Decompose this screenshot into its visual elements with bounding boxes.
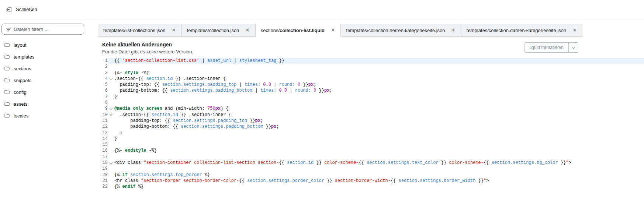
code-line[interactable]: 1 {{ 'section-collection-list.css' | ass… (95, 58, 644, 64)
fold-toggle-icon (108, 88, 114, 94)
sidebar-folder-locales[interactable]: locales (0, 110, 95, 122)
code-line[interactable]: 6 padding-bottom: {{ section.settings.pa… (95, 88, 644, 94)
fold-toggle-icon (108, 124, 114, 130)
code-text: } (114, 136, 644, 142)
code-text: {%- endstyle -%} (114, 148, 644, 154)
code-line[interactable]: 14 } (95, 136, 644, 142)
chevron-down-icon (572, 45, 575, 48)
fold-toggle-icon (108, 58, 114, 64)
tab-close-icon[interactable]: × (245, 27, 250, 33)
code-text: padding-bottom: {{ section.settings.padd… (114, 124, 644, 130)
line-number: 4 (95, 76, 108, 82)
code-line[interactable]: 13 } (95, 130, 644, 136)
code-line[interactable]: 10 .section-{{ section.id }} .section-in… (95, 112, 644, 118)
code-line[interactable]: 15 (95, 142, 644, 148)
editor-pane: Keine aktuellen Änderungen Für die Datei… (95, 37, 644, 190)
file-tab[interactable]: templates/list-collections.json × (98, 24, 182, 37)
folder-icon (4, 101, 10, 107)
sidebar-folder-assets[interactable]: assets (0, 98, 95, 110)
code-line[interactable]: 22 {% endif %} (95, 184, 644, 190)
line-number: 7 (95, 94, 108, 100)
fold-toggle-icon (108, 154, 114, 160)
file-sidebar: layout templates sections snippets (0, 19, 95, 211)
tab-label: templates/collection.herren-kategoriesei… (346, 28, 445, 33)
code-line[interactable]: 11 padding-top: {{ section.settings.padd… (95, 118, 644, 124)
code-text: {{ 'section-collection-list.css' | asset… (114, 58, 644, 64)
line-number: 2 (95, 64, 108, 70)
code-line[interactable]: 5 padding-top: {{ section.settings.paddi… (95, 82, 644, 88)
code-text: <div class="section-container collection… (114, 160, 644, 166)
code-text (114, 100, 644, 106)
line-number: 18 (95, 160, 108, 166)
code-text (114, 154, 644, 160)
line-number: 11 (95, 118, 108, 124)
tab-label: templates/collection.damen-kategorieseit… (467, 28, 566, 33)
file-tab[interactable]: templates/collection.damen-kategorieseit… (461, 24, 583, 37)
line-number: 3 (95, 70, 108, 76)
fold-toggle-icon (108, 100, 114, 106)
tab-close-icon[interactable]: × (572, 27, 577, 33)
sidebar-folder-snippets[interactable]: snippets (0, 74, 95, 86)
code-text (114, 142, 644, 148)
fold-toggle-icon (108, 166, 114, 172)
line-number: 9 (95, 106, 108, 112)
file-tab[interactable]: templates/collection.herren-kategoriesei… (341, 24, 461, 37)
fold-toggle-icon (108, 130, 114, 136)
topbar: Schließen (0, 0, 644, 19)
close-label: Schließen (16, 7, 37, 12)
code-line[interactable]: 18 <div class="section-container collect… (95, 160, 644, 166)
fold-toggle-icon[interactable] (108, 106, 114, 112)
fold-toggle-icon (108, 172, 114, 178)
fold-toggle-icon (108, 118, 114, 124)
code-line[interactable]: 8 (95, 100, 644, 106)
exit-icon (6, 6, 13, 13)
tab-close-icon[interactable]: × (330, 27, 335, 33)
line-number: 14 (95, 136, 108, 142)
file-filter-input[interactable] (2, 24, 84, 34)
code-editor[interactable]: 1 {{ 'section-collection-list.css' | ass… (95, 58, 644, 190)
fold-toggle-icon (108, 64, 114, 70)
fold-toggle-icon[interactable] (108, 112, 114, 118)
code-line[interactable]: 12 padding-bottom: {{ section.settings.p… (95, 124, 644, 130)
fold-toggle-icon (108, 94, 114, 100)
sidebar-folder-templates[interactable]: templates (0, 51, 95, 63)
tab-close-icon[interactable]: × (451, 27, 456, 33)
liquid-format-button[interactable]: liquid formatieren (524, 42, 569, 53)
file-filter-box (1, 24, 84, 35)
code-text: {% endif %} (114, 184, 644, 190)
tab-close-icon[interactable]: × (171, 27, 176, 33)
code-line[interactable]: 21 <hr class="section-border section-bor… (95, 178, 644, 184)
code-line[interactable]: 17 (95, 154, 644, 160)
code-text (114, 64, 644, 70)
sidebar-folder-layout[interactable]: layout (0, 39, 95, 51)
fold-toggle-icon[interactable] (108, 160, 114, 166)
code-line[interactable]: 16 {%- endstyle -%} (95, 148, 644, 154)
line-number: 15 (95, 142, 108, 148)
code-line[interactable]: 19 (95, 166, 644, 172)
format-button-group: liquid formatieren (524, 42, 578, 53)
folder-label: templates (14, 54, 34, 60)
folder-label: snippets (14, 78, 31, 83)
close-button[interactable]: Schließen (4, 5, 39, 14)
code-text: .section-{{ section.id }} .section-inner… (114, 76, 644, 82)
code-line[interactable]: 4 .section-{{ section.id }} .section-inn… (95, 76, 644, 82)
code-text: .section-{{ section.id }} .section-inner… (114, 112, 644, 118)
code-line[interactable]: 7 } (95, 94, 644, 100)
fold-toggle-icon (108, 82, 114, 88)
code-line[interactable]: 20 {% if section.settings.top_border %} (95, 172, 644, 178)
code-line[interactable]: 2 (95, 64, 644, 70)
sidebar-folder-config[interactable]: config (0, 86, 95, 98)
folder-label: assets (14, 101, 28, 107)
code-line[interactable]: 9 @media only screen and (min-width: 750… (95, 106, 644, 112)
folder-icon (4, 77, 10, 83)
fold-toggle-icon[interactable] (108, 76, 114, 82)
code-line[interactable]: 3 {%- style -%} (95, 70, 644, 76)
code-text: {% if section.settings.top_border %} (114, 172, 644, 178)
file-tab[interactable]: sections/collection-list.liquid × (256, 24, 341, 37)
code-text: padding-bottom: {{ section.settings.padd… (114, 88, 644, 94)
code-text: {%- style -%} (114, 70, 644, 76)
sidebar-folder-sections[interactable]: sections (0, 63, 95, 74)
format-dropdown-button[interactable] (569, 42, 578, 53)
code-text: padding-top: {{ section.settings.padding… (114, 82, 644, 88)
file-tab[interactable]: templates/collection.json × (182, 24, 256, 37)
